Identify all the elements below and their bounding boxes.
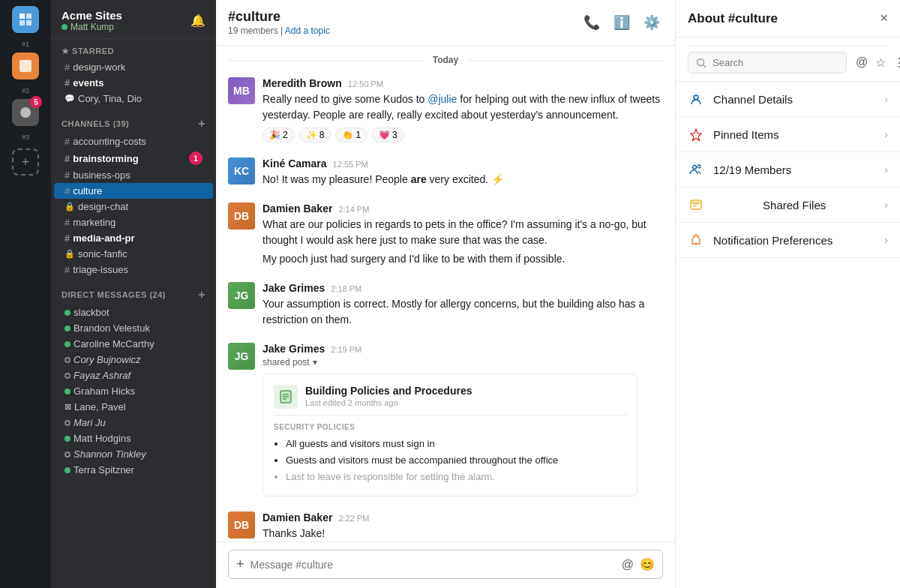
emoji-button[interactable]: 😊 (640, 557, 655, 572)
chevron-right-icon: › (884, 93, 888, 105)
message-body: Jake Grimes 2:19 PM shared post ▾ (262, 343, 663, 496)
shared-doc-subtitle: Last edited 2 months ago (305, 398, 472, 407)
sidebar-item-cory-tina-dio[interactable]: 💬 Cory, Tina, Dio (54, 91, 213, 106)
sidebar-item-mari[interactable]: Mari Ju (54, 415, 213, 430)
close-about-button[interactable]: × (880, 10, 888, 26)
avatar: KC (228, 158, 255, 184)
status-dot (64, 388, 70, 394)
workspace-icon-1[interactable] (12, 6, 39, 33)
avatar: MB (228, 77, 255, 104)
workspace-header: Acme Sites Matt Kump 🔔 (51, 0, 216, 39)
sidebar-item-terra[interactable]: Terra Spitzner (54, 462, 213, 478)
sidebar-item-design-work[interactable]: # design-work (54, 59, 213, 75)
status-dot (64, 452, 70, 458)
sender-name[interactable]: Meredith Brown (262, 77, 342, 89)
sidebar-item-slackbot[interactable]: slackbot (54, 304, 213, 320)
sidebar-item-culture[interactable]: # culture (54, 183, 213, 199)
list-item: Guests and visitors must be accompanied … (286, 452, 626, 469)
dm-section-header: DIRECT MESSAGES (24) + (51, 288, 216, 304)
sidebar-item-label: design-work (73, 62, 125, 73)
status-dot (64, 436, 70, 442)
star-icon[interactable]: ☆ (875, 56, 886, 70)
sidebar-item-label: slackbot (74, 307, 110, 318)
reaction-button[interactable]: 💗3 (372, 128, 404, 142)
sidebar-item-sonic-fanfic[interactable]: 🔒 sonic-fanfic (54, 246, 213, 262)
chat-actions: 📞 ℹ️ ⚙️ (580, 11, 663, 34)
about-item-notification-prefs[interactable]: Notification Preferences › (676, 223, 900, 258)
today-divider: Today (228, 46, 663, 74)
about-search-area: @ ☆ ⋮ (676, 38, 900, 82)
mention-icon[interactable]: @ (856, 56, 868, 70)
sender-name[interactable]: Kiné Camara (262, 158, 327, 170)
mention[interactable]: @julie (428, 93, 457, 105)
message-item: DB Damien Baker 2:14 PM What are our pol… (228, 200, 663, 267)
add-workspace-button[interactable]: + (12, 148, 39, 176)
message-time: 12:50 PM (348, 80, 383, 88)
sidebar-item-label: Terra Spitzner (74, 464, 134, 476)
starred-label: ★ STARRED (62, 46, 114, 56)
reaction-button[interactable]: ✨8 (299, 128, 332, 142)
hash-icon: # (64, 62, 70, 73)
sidebar-item-business-ops[interactable]: # business-ops (54, 167, 213, 183)
attach-button[interactable]: + (236, 556, 244, 572)
sidebar-item-graham[interactable]: Graham Hicks (54, 383, 213, 399)
sender-name[interactable]: Damien Baker (262, 202, 332, 214)
sidebar-item-cory[interactable]: Cory Bujnowicz (54, 352, 213, 368)
about-item-shared-files[interactable]: Shared Files › (676, 188, 900, 223)
info-button[interactable]: ℹ️ (610, 11, 633, 34)
sender-name[interactable]: Jake Grimes (262, 282, 325, 294)
more-options-icon[interactable]: ⋮ (893, 56, 900, 70)
add-channel-button[interactable]: + (198, 117, 206, 130)
search-icon (696, 58, 706, 68)
members-label: 12/19 Members (713, 164, 791, 176)
sidebar-item-accounting-costs[interactable]: # accounting-costs (54, 134, 213, 149)
list-item: All guests and visitors must sign in (286, 436, 626, 452)
sender-name[interactable]: Jake Grimes (262, 343, 325, 355)
reaction-button[interactable]: 👏1 (335, 128, 368, 142)
call-button[interactable]: 📞 (580, 11, 603, 34)
about-item-channel-details[interactable]: Channel Details › (676, 82, 900, 117)
shared-doc-title[interactable]: Building Policies and Procedures (305, 385, 472, 397)
about-item-pinned-items[interactable]: Pinned Items › (676, 117, 900, 152)
workspace-icon-3[interactable]: 5 (12, 99, 39, 126)
svg-line-5 (704, 64, 706, 68)
about-panel: About #culture × @ ☆ ⋮ (675, 0, 900, 588)
svg-point-8 (698, 165, 700, 168)
sidebar-item-media-and-pr[interactable]: # media-and-pr (54, 230, 213, 246)
sidebar-item-triage-issues[interactable]: # triage-issues (54, 262, 213, 278)
notification-bell-icon[interactable]: 🔔 (190, 14, 206, 28)
sidebar-item-lane[interactable]: ⊠ Lane, Pavel (54, 399, 213, 415)
svg-point-7 (693, 166, 697, 170)
sidebar-item-label: culture (73, 185, 102, 196)
workspace-name[interactable]: Acme Sites (62, 9, 122, 22)
sidebar-item-label: accounting-costs (73, 136, 146, 147)
avatar: JG (228, 282, 255, 309)
sidebar-item-label: triage-issues (73, 264, 128, 275)
workspace-icon-2[interactable] (12, 52, 39, 80)
about-search-box (688, 52, 847, 74)
message-input[interactable] (250, 559, 616, 571)
sidebar-item-brandon[interactable]: Brandon Velestuk (54, 320, 213, 336)
add-dm-button[interactable]: + (198, 288, 206, 302)
sidebar-item-label: Cory, Tina, Dio (78, 93, 142, 104)
settings-button[interactable]: ⚙️ (640, 11, 663, 34)
sidebar-item-fayaz[interactable]: Fayaz Ashraf (54, 368, 213, 383)
message-item: JG Jake Grimes 2:18 PM Your assumption i… (228, 279, 663, 328)
sidebar-item-matt-h[interactable]: Matt Hodgins (54, 430, 213, 446)
sender-name[interactable]: Damien Baker (262, 512, 332, 524)
sidebar-item-events[interactable]: # events (54, 75, 213, 91)
sidebar-item-caroline[interactable]: Caroline McCarthy (54, 336, 213, 352)
member-count: 19 members (228, 26, 278, 36)
sidebar-item-brainstorming[interactable]: # brainstorming 1 (54, 149, 213, 167)
sidebar-item-marketing[interactable]: # marketing (54, 214, 213, 230)
security-policies-list: All guests and visitors must sign in Gue… (274, 436, 626, 485)
about-item-members[interactable]: 12/19 Members › (676, 152, 900, 188)
sidebar-item-design-chat[interactable]: 🔒 design-chat (54, 199, 213, 214)
mention-button[interactable]: @ (622, 558, 634, 572)
sidebar-item-label: brainstorming (73, 153, 138, 164)
add-topic-link[interactable]: Add a topic (285, 26, 330, 36)
sidebar-item-shannon[interactable]: Shannon Tinkley (54, 446, 213, 462)
pinned-items-label: Pinned Items (713, 128, 779, 141)
about-search-input[interactable] (712, 57, 838, 68)
reaction-button[interactable]: 🎉2 (262, 128, 295, 142)
